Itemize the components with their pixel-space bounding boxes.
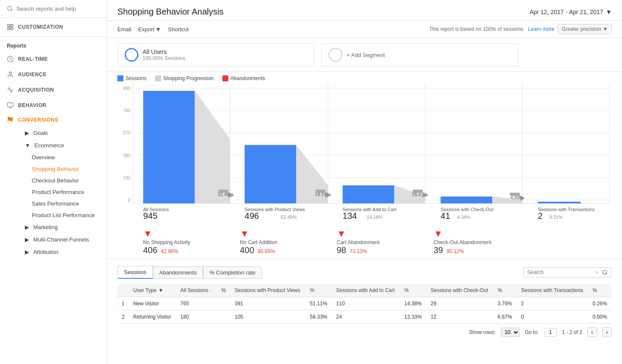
th-pct4: % xyxy=(493,284,517,297)
progression-1 xyxy=(195,91,230,203)
tab-completion-rate[interactable]: % Completion rate xyxy=(203,266,262,279)
goto-page-input[interactable] xyxy=(544,328,557,337)
th-index xyxy=(117,284,129,297)
abandonment-5-empty xyxy=(520,229,617,255)
sidebar-item-overview[interactable]: Overview xyxy=(25,152,107,163)
svg-text:134: 134 xyxy=(343,211,357,221)
sidebar-item-conversions[interactable]: CONVERSIONS xyxy=(0,113,107,127)
table-row: 2 Returning Visitor 180 105 58.33% 24 13… xyxy=(117,310,612,324)
clock-icon xyxy=(7,56,14,63)
svg-rect-2 xyxy=(8,24,10,27)
table-search[interactable] xyxy=(523,267,612,277)
shortcut-button[interactable]: Shortcut xyxy=(168,25,188,33)
svg-text:570: 570 xyxy=(123,131,130,135)
row2-product-views: 105 xyxy=(230,310,306,324)
th-pct5: % xyxy=(588,284,612,297)
ecommerce-toggle-icon: ▼ xyxy=(25,142,30,149)
show-rows-select[interactable]: 10 25 50 xyxy=(501,328,520,337)
abandonment-value-3: 98 xyxy=(337,245,346,255)
progression-arrow-1: 52.49% xyxy=(218,190,234,198)
search-input[interactable] xyxy=(16,6,100,12)
svg-point-55 xyxy=(603,270,607,274)
date-range[interactable]: Apr 12, 2017 - Apr 21, 2017 ▼ xyxy=(529,9,612,15)
sidebar-item-product-performance[interactable]: Product Performance xyxy=(25,186,107,198)
sidebar-item-product-list-performance[interactable]: Product List Performance xyxy=(25,209,107,221)
bar-all-sessions xyxy=(143,91,194,203)
sidebar-item-shopping-behavior[interactable]: Shopping Behavior xyxy=(25,163,107,175)
add-segment-circle xyxy=(329,48,342,62)
abandonment-pct-1: 42.96% xyxy=(161,248,178,254)
bar-add-cart xyxy=(343,185,394,203)
svg-text:52.49%: 52.49% xyxy=(281,215,297,220)
multichannel-toggle-icon: ▶ xyxy=(25,236,29,243)
th-product-views: Sessions with Product Views xyxy=(230,284,306,297)
email-button[interactable]: Email xyxy=(117,25,132,33)
row2-user-type: Returning Visitor xyxy=(129,310,176,324)
abandonment-1: ▼ No Shopping Activity 406 42.96% xyxy=(133,229,230,255)
segment-name: All Users xyxy=(143,48,185,55)
svg-text:26.87%: 26.87% xyxy=(412,192,428,197)
show-rows-label: Show rows: xyxy=(469,329,496,335)
row2-pct4: 6.67% xyxy=(493,310,517,324)
svg-line-1 xyxy=(11,10,12,11)
abandonment-pct-4: 95.12% xyxy=(446,248,464,254)
sidebar-item-multichannel[interactable]: ▶ Multi-Channel Funnels xyxy=(18,233,107,246)
all-sessions-sort-icon: ↓ xyxy=(210,288,212,293)
tab-sessions[interactable]: Sessions xyxy=(117,266,153,279)
row2-checkout: 12 xyxy=(426,310,493,324)
tab-abandonments[interactable]: Abandonments xyxy=(153,266,203,279)
segment-circle xyxy=(125,48,138,62)
sidebar-item-ecommerce[interactable]: ▼ Ecommerce xyxy=(18,139,107,152)
customization-label: CUSTOMIZATION xyxy=(18,24,63,30)
behavior-icon xyxy=(7,102,14,109)
clear-search-icon[interactable] xyxy=(594,270,599,275)
attribution-section: ▶ Attribution xyxy=(0,246,107,258)
abandonment-pct-2: 80.65% xyxy=(257,248,275,254)
abandonment-4: ▼ Check-Out Abandonment 39 95.12% xyxy=(423,229,520,255)
all-users-segment[interactable]: All Users 100.00% Sessions xyxy=(117,43,314,66)
sidebar-item-acquisition[interactable]: ACQUISITION xyxy=(0,82,107,98)
abandonment-value-row-3: 98 73.13% xyxy=(337,245,423,255)
abandonment-pct-3: 73.13% xyxy=(350,248,367,254)
sidebar-item-sales-performance[interactable]: Sales Performance xyxy=(25,198,107,209)
goto-label: Go to: xyxy=(525,329,539,335)
th-all-sessions[interactable]: All Sessions ↓ xyxy=(176,284,217,297)
table-section: Sessions Abandonments % Completion rate … xyxy=(107,259,622,347)
multichannel-section: ▶ Multi-Channel Funnels xyxy=(0,233,107,246)
sidebar-item-customization[interactable]: CUSTOMIZATION xyxy=(0,18,107,37)
search-bar[interactable] xyxy=(0,0,107,18)
bar-product-views xyxy=(245,145,296,203)
th-user-type[interactable]: User Type ▼ xyxy=(129,284,176,297)
sidebar-item-attribution[interactable]: ▶ Attribution xyxy=(18,246,107,258)
prev-page-button[interactable]: ‹ xyxy=(587,327,597,337)
learn-more-link[interactable]: Learn more xyxy=(528,26,554,32)
abandonment-arrow-3: ▼ xyxy=(337,229,423,239)
legend-abandonments-label: Abandonments xyxy=(230,75,265,81)
precision-button[interactable]: Greater precision ▼ xyxy=(558,24,612,34)
table-search-input[interactable] xyxy=(527,269,592,275)
svg-text:945: 945 xyxy=(143,211,157,221)
add-segment-button[interactable]: + Add Segment xyxy=(321,43,518,66)
svg-text:0.21%: 0.21% xyxy=(549,215,562,220)
sidebar-item-behavior[interactable]: BEHAVIOR xyxy=(0,98,107,113)
table-footer: Show rows: 10 25 50 Go to: 1 - 2 of 2 ‹ … xyxy=(117,324,612,340)
sidebar-item-checkout-behavior[interactable]: Checkout Behavior xyxy=(25,175,107,186)
chart-legend: Sessions Shopping Progression Abandonmen… xyxy=(107,72,622,83)
svg-text:380: 380 xyxy=(123,153,130,158)
sidebar-item-audience[interactable]: AUDIENCE xyxy=(0,67,107,82)
acquisition-icon xyxy=(7,87,14,93)
sidebar-item-realtime[interactable]: REAL-TIME xyxy=(0,51,107,67)
next-page-button[interactable]: › xyxy=(602,327,612,337)
add-segment-label: + Add Segment xyxy=(347,52,385,58)
row1-pct1 xyxy=(217,297,230,310)
marketing-label: Marketing xyxy=(33,224,58,230)
search-table-icon[interactable] xyxy=(602,269,608,275)
toolbar-right: This report is based on 100% of sessions… xyxy=(429,24,612,34)
table-tabs: Sessions Abandonments % Completion rate xyxy=(117,266,612,279)
sidebar-item-marketing[interactable]: ▶ Marketing xyxy=(18,221,107,233)
goals-section: ▶ Goals xyxy=(0,127,107,139)
export-button[interactable]: Export ▼ xyxy=(138,25,161,33)
abandonment-label-1: No Shopping Activity xyxy=(143,239,230,245)
marketing-section: ▶ Marketing xyxy=(0,221,107,233)
sidebar-item-goals[interactable]: ▶ Goals xyxy=(18,127,107,139)
